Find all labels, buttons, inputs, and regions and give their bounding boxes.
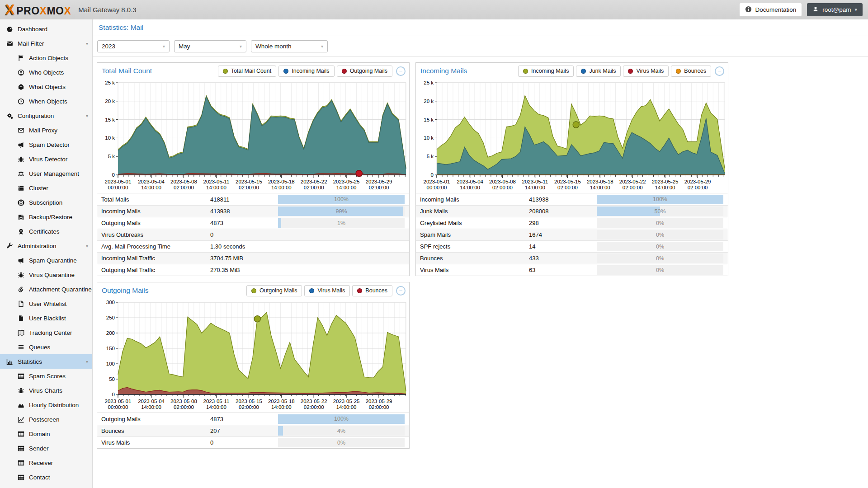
legend-toggle-virus-mails[interactable]: Virus Mails bbox=[623, 66, 669, 77]
sidebar-item-spam-detector[interactable]: Spam Detector bbox=[0, 137, 92, 152]
sidebar-item-virus-charts[interactable]: Virus Charts bbox=[0, 383, 92, 398]
legend-toggle-incoming-mails[interactable]: Incoming Mails bbox=[518, 66, 574, 77]
svg-text:14:00:00: 14:00:00 bbox=[271, 404, 292, 410]
documentation-button[interactable]: Documentation bbox=[740, 3, 802, 16]
percent-value: 0% bbox=[597, 242, 723, 251]
sidebar-item-receiver[interactable]: Receiver bbox=[0, 455, 92, 470]
sidebar-item-mail-proxy[interactable]: Mail Proxy bbox=[0, 123, 92, 137]
sidebar-item-label: Mail Proxy bbox=[29, 127, 57, 134]
percent-bar: 0% bbox=[597, 230, 723, 239]
user-circle-icon bbox=[17, 69, 25, 76]
year-select[interactable]: 2023 ▾ bbox=[97, 40, 170, 52]
sidebar-item-spam-scores[interactable]: Spam Scores bbox=[0, 369, 92, 383]
stat-value: 433 bbox=[529, 255, 597, 262]
envelope-icon bbox=[5, 40, 14, 47]
svg-text:2023-05-08: 2023-05-08 bbox=[170, 399, 197, 404]
sidebar-item-configuration[interactable]: Configuration▾ bbox=[0, 108, 92, 123]
stat-label: Incoming Mail Traffic bbox=[97, 255, 210, 262]
percent-bar: 100% bbox=[278, 195, 405, 204]
month-select[interactable]: May ▾ bbox=[174, 40, 246, 52]
panel-total-mail-count: Total Mail CountTotal Mail CountIncoming… bbox=[97, 62, 410, 276]
chevron-down-icon: ▾ bbox=[321, 44, 323, 49]
user-icon bbox=[812, 6, 819, 14]
sidebar-item-backup-restore[interactable]: Backup/Restore bbox=[0, 210, 92, 224]
sidebar-item-virus-detector[interactable]: Virus Detector bbox=[0, 152, 92, 166]
legend-toggle-total-mail-count[interactable]: Total Mail Count bbox=[218, 66, 277, 77]
sidebar-item-cluster[interactable]: Cluster bbox=[0, 181, 92, 195]
sidebar-item-user-whitelist[interactable]: User Whitelist bbox=[0, 296, 92, 311]
sidebar-item-label: Backup/Restore bbox=[29, 214, 72, 221]
percent-value: 0% bbox=[597, 230, 723, 239]
legend-dot-icon bbox=[309, 288, 314, 293]
sidebar-item-attachment-quarantine[interactable]: Attachment Quarantine bbox=[0, 282, 92, 296]
svg-text:2023-05-25: 2023-05-25 bbox=[333, 399, 360, 404]
table-icon bbox=[17, 431, 25, 437]
stat-row-bounces: Bounces4330% bbox=[416, 252, 728, 264]
sidebar-item-when-objects[interactable]: When Objects bbox=[0, 94, 92, 108]
percent-value: 0% bbox=[597, 265, 723, 275]
documentation-label: Documentation bbox=[755, 6, 796, 13]
bug-icon bbox=[17, 272, 25, 278]
sidebar-item-user-management[interactable]: User Management bbox=[0, 166, 92, 181]
sidebar-item-mail-filter[interactable]: Mail Filter▾ bbox=[0, 36, 92, 51]
svg-text:02:00:00: 02:00:00 bbox=[688, 185, 708, 190]
legend-toggle-bounces[interactable]: Bounces bbox=[671, 66, 711, 77]
sidebar-item-sender[interactable]: Sender bbox=[0, 441, 92, 455]
sidebar-item-queues[interactable]: Queues bbox=[0, 340, 92, 354]
sidebar-item-what-objects[interactable]: What Objects bbox=[0, 80, 92, 94]
svg-text:2023-05-04: 2023-05-04 bbox=[138, 179, 165, 184]
sidebar-item-label: Spam Scores bbox=[29, 373, 66, 380]
svg-text:02:00:00: 02:00:00 bbox=[304, 404, 324, 410]
sidebar-item-subscription[interactable]: Subscription bbox=[0, 195, 92, 210]
legend-toggle-incoming-mails[interactable]: Incoming Mails bbox=[278, 66, 334, 77]
legend-toggle-outgoing-mails[interactable]: Outgoing Mails bbox=[246, 285, 302, 296]
collapse-panel-button[interactable]: − bbox=[396, 66, 406, 76]
legend-toggle-junk-mails[interactable]: Junk Mails bbox=[576, 66, 621, 77]
sidebar-item-tracking-center[interactable]: Tracking Center bbox=[0, 325, 92, 340]
collapse-panel-button[interactable]: − bbox=[396, 286, 406, 296]
year-select-value: 2023 bbox=[102, 43, 115, 50]
sidebar-item-action-objects[interactable]: Action Objects bbox=[0, 51, 92, 65]
sidebar-item-virus-quarantine[interactable]: Virus Quarantine bbox=[0, 267, 92, 282]
stat-row-bounces: Bounces2074% bbox=[97, 425, 409, 436]
sidebar-item-certificates[interactable]: Certificates bbox=[0, 224, 92, 239]
sidebar-item-spam-quarantine[interactable]: Spam Quarantine bbox=[0, 253, 92, 267]
page-title: Statistics: Mail bbox=[99, 23, 143, 32]
paperclip-icon bbox=[17, 286, 25, 293]
sidebar-item-label: Virus Quarantine bbox=[29, 272, 75, 278]
map-icon bbox=[17, 329, 25, 336]
stat-value: 1674 bbox=[529, 231, 597, 238]
certificate-icon bbox=[17, 228, 25, 235]
sidebar-item-label: Spam Quarantine bbox=[29, 257, 77, 264]
legend-toggle-virus-mails[interactable]: Virus Mails bbox=[304, 285, 350, 296]
user-menu-button[interactable]: root@pam ▾ bbox=[807, 3, 863, 16]
sidebar-item-contact[interactable]: Contact bbox=[0, 470, 92, 484]
stat-value: 4873 bbox=[210, 416, 278, 422]
sidebar-item-statistics[interactable]: Statistics▾ bbox=[0, 354, 92, 369]
filter-toolbar: 2023 ▾ May ▾ Whole month ▾ bbox=[93, 36, 868, 56]
legend-toggle-outgoing-mails[interactable]: Outgoing Mails bbox=[337, 66, 392, 77]
svg-text:00:00:00: 00:00:00 bbox=[108, 185, 128, 190]
stat-row-outgoing-mails: Outgoing Mails4873100% bbox=[97, 413, 409, 425]
sidebar-item-postscreen[interactable]: Postscreen bbox=[0, 412, 92, 427]
sidebar-item-hourly-distribution[interactable]: Hourly Distribution bbox=[0, 398, 92, 412]
legend-dot-icon bbox=[342, 69, 347, 74]
sidebar-item-administration[interactable]: Administration▾ bbox=[0, 239, 92, 253]
legend-dot-icon bbox=[223, 69, 228, 74]
sidebar-item-who-objects[interactable]: Who Objects bbox=[0, 65, 92, 80]
legend-toggle-bounces[interactable]: Bounces bbox=[352, 285, 392, 296]
range-select[interactable]: Whole month ▾ bbox=[251, 40, 328, 52]
sidebar-item-domain[interactable]: Domain bbox=[0, 427, 92, 441]
svg-text:00:00:00: 00:00:00 bbox=[427, 185, 447, 190]
sidebar-item-dashboard[interactable]: Dashboard bbox=[0, 22, 92, 36]
svg-text:10 k: 10 k bbox=[424, 135, 434, 141]
percent-value: 1% bbox=[278, 218, 405, 228]
svg-text:14:00:00: 14:00:00 bbox=[590, 185, 610, 190]
legend-dot-icon bbox=[251, 288, 256, 293]
stat-row-spf-rejects: SPF rejects140% bbox=[416, 240, 728, 252]
stat-label: Greylisted Mails bbox=[416, 220, 529, 226]
svg-text:2023-05-01: 2023-05-01 bbox=[424, 179, 450, 184]
collapse-panel-button[interactable]: − bbox=[715, 66, 724, 76]
stat-row-junk-mails: Junk Mails20800850% bbox=[416, 205, 728, 217]
sidebar-item-user-blacklist[interactable]: User Blacklist bbox=[0, 311, 92, 325]
